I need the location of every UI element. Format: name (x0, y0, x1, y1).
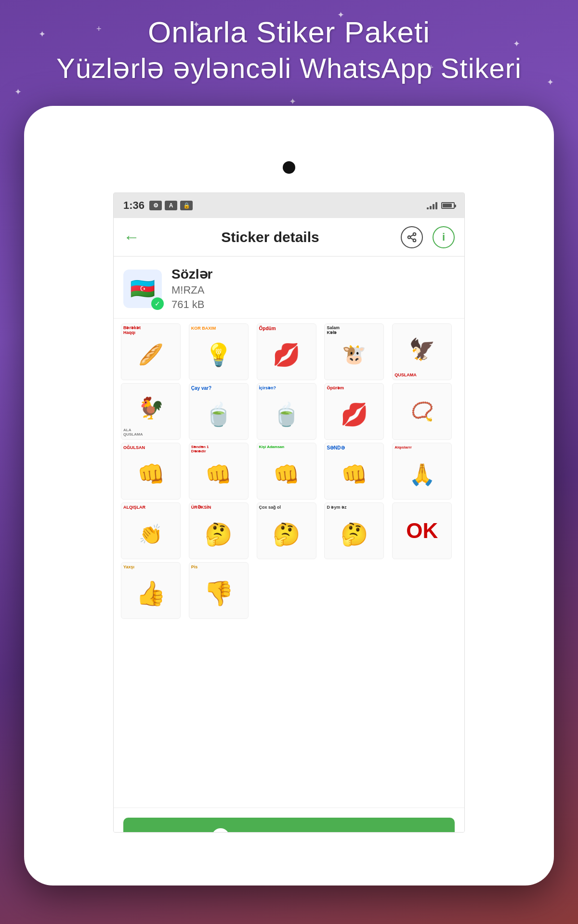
sticker-10: 📿 (392, 383, 452, 440)
svg-point-2 (413, 239, 416, 242)
header-section: Onlarla Stiker Paketi Yüzlərlə əyləncəli… (0, 14, 578, 87)
header-line1: Onlarla Stiker Paketi (0, 14, 578, 50)
time: 1:36 (123, 199, 144, 212)
pack-flag: 🇦🇿 (130, 277, 155, 300)
pack-author: M!RZA (171, 284, 212, 296)
svg-line-3 (410, 238, 413, 240)
a-icon: A (165, 201, 177, 210)
sticker-16: ALQIŞLAR 👏 (121, 502, 181, 559)
back-button[interactable]: ← (123, 228, 140, 246)
sticker-11: OĞULSAN 👊 (121, 443, 181, 500)
sticker-17: ÜRƏKSİN 🤔 (189, 502, 249, 559)
app-bar: ← Sticker details i (114, 218, 464, 257)
pack-info: Sözlər M!RZA 761 kB (171, 266, 212, 311)
whatsapp-logo-icon (212, 828, 229, 833)
pack-name: Sözlər (171, 266, 212, 282)
sticker-18: Çox sağ ol 🤔 (257, 502, 316, 559)
svg-point-1 (408, 236, 411, 239)
status-left: 1:36 ⚙ A 🔒 (123, 199, 193, 212)
sticker-19: D əym əz 🤔 (324, 502, 384, 559)
add-to-whatsapp-label: ADD TO WHATSAPP (237, 830, 366, 833)
sticker-7: Çay var? 🍵 (189, 383, 249, 440)
sticker-1: BərəkətHaqqı 🥖 (121, 323, 181, 380)
sticker-9: Öpürəm 💋 (324, 383, 384, 440)
sticker-20: OK (392, 502, 452, 559)
sticker-12: Səndən 1Dənədir 👊 (189, 443, 249, 500)
sticker-8: İçirsən? 🍵 (257, 383, 316, 440)
signal-icon (427, 202, 437, 209)
status-icons: ⚙ A 🔒 (149, 201, 193, 210)
svg-point-0 (413, 232, 416, 235)
screen: 1:36 ⚙ A 🔒 ← (113, 192, 465, 833)
camera (283, 161, 295, 174)
sticker-4: SalamKələ 🐮 (324, 323, 384, 380)
sticker-3: Öpdüm 💋 (257, 323, 316, 380)
svg-line-4 (410, 234, 413, 236)
whatsapp-badge: ✓ (151, 297, 164, 310)
pack-size: 761 kB (171, 298, 212, 311)
sticker-5: QUSLAMA 🦅 (392, 323, 452, 380)
status-bar: 1:36 ⚙ A 🔒 (114, 193, 464, 218)
sticker-15: Alqıslarrr 🙏 (392, 443, 452, 500)
pack-icon: 🇦🇿 ✓ (123, 270, 162, 308)
sticker-13: Kişi Adamsan 👊 (257, 443, 316, 500)
sticker-6: ALAQUSLAMA 🐓 (121, 383, 181, 440)
sticker-21: Yaxşı 👍 (121, 562, 181, 619)
sticker-2: KOR BAXIM 💡 (189, 323, 249, 380)
pack-header: 🇦🇿 ✓ Sözlər M!RZA 761 kB (114, 257, 464, 319)
sticker-14: SƏNDƏ 👊 (324, 443, 384, 500)
app-bar-title: Sticker details (149, 229, 391, 245)
share-button[interactable] (401, 226, 423, 248)
add-to-whatsapp-button[interactable]: ADD TO WHATSAPP (123, 818, 455, 833)
sticker-content-area: BərəkətHaqqı 🥖 KOR BAXIM 💡 Öpdüm 💋 (114, 319, 464, 808)
lock-icon: 🔒 (180, 201, 193, 210)
gear-icon: ⚙ (149, 201, 162, 210)
sticker-grid: BərəkətHaqqı 🥖 KOR BAXIM 💡 Öpdüm 💋 (114, 319, 464, 808)
add-button-area: ADD TO WHATSAPP (114, 808, 464, 833)
header-line2: Yüzlərlə əyləncəli WhatsApp Stikeri (0, 50, 578, 86)
sticker-22: Pis 👎 (189, 562, 249, 619)
status-right (427, 202, 455, 209)
battery-icon (441, 202, 455, 209)
info-button[interactable]: i (433, 226, 455, 248)
tablet-device: 1:36 ⚙ A 🔒 ← (24, 106, 554, 886)
